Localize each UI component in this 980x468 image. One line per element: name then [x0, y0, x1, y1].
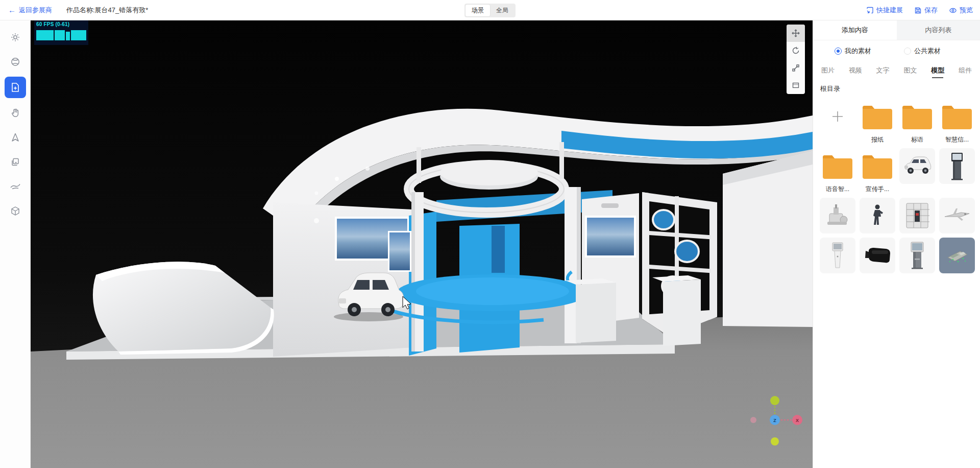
tab-models[interactable]: 模型 [928, 64, 947, 77]
preview-label: 预览 [960, 6, 973, 15]
select-frame-tool-icon [792, 81, 800, 89]
add-content-icon [10, 82, 21, 93]
model-machine[interactable] [819, 198, 856, 233]
save-label: 保存 [924, 6, 938, 15]
tab-images[interactable]: 图片 [818, 64, 838, 77]
circuit-board-model-thumb [943, 244, 971, 267]
back-label: 返回参展商 [19, 6, 52, 15]
panel-tabs: 添加内容 内容列表 [813, 20, 980, 40]
model-locker[interactable] [899, 198, 936, 233]
gizmo-y-axis-ball [770, 396, 779, 405]
top-bar: ← 返回参展商 作品名称:展台47_错落有致* 场景 全局 快捷建展 [0, 0, 980, 20]
vr-headset-model-thumb [864, 246, 891, 265]
gizmo-z-label: Z [773, 418, 776, 423]
folder-icon [862, 153, 893, 179]
folder-icon [941, 104, 973, 129]
select-frame-tool-button[interactable] [787, 77, 805, 94]
model-drone[interactable] [939, 198, 975, 233]
folder-smart-info[interactable]: 智慧信... [939, 99, 975, 144]
scale-tool-icon [792, 64, 800, 72]
locker-model-thumb [905, 202, 929, 229]
gizmo-neg-x-ball [750, 417, 756, 423]
sidebar-cursor-button[interactable] [5, 128, 26, 147]
cube-model-icon [10, 205, 21, 217]
booth-3d-scene [31, 20, 813, 468]
quick-build-button[interactable]: 快捷建展 [866, 6, 903, 15]
car-model-thumb [902, 155, 932, 177]
fps-graph [36, 29, 86, 40]
sidebar-add-content-button[interactable] [5, 77, 26, 98]
panorama-sphere-icon [10, 56, 21, 67]
sidebar-hand-button[interactable] [5, 103, 26, 123]
model-circuit-board[interactable] [939, 238, 975, 273]
3d-viewport[interactable]: 60 FPS (0-61) [31, 20, 813, 468]
sidebar-model-button[interactable] [5, 201, 26, 221]
plus-icon [831, 110, 844, 123]
sidebar-draw-button[interactable] [5, 177, 26, 196]
radio-my-assets[interactable]: 我的素材 [835, 46, 871, 56]
sidebar-layers-button[interactable] [5, 152, 26, 172]
back-to-exhibitor-link[interactable]: ← 返回参展商 [8, 6, 52, 15]
tab-global[interactable]: 全局 [490, 5, 514, 16]
left-toolbar [0, 20, 31, 468]
tab-content-list[interactable]: 内容列表 [897, 20, 980, 40]
drone-model-thumb [943, 205, 971, 226]
folder-icon [862, 104, 893, 129]
radio-public-assets[interactable]: 公共素材 [904, 46, 941, 56]
root-directory-label: 根目录 [813, 79, 980, 97]
my-assets-label: 我的素材 [845, 46, 871, 56]
folder-brochure[interactable]: 宣传手... [859, 148, 896, 194]
folder-slogan[interactable]: 标语 [899, 99, 936, 144]
rotate-tool-icon [792, 46, 800, 55]
transform-toolbar [787, 25, 805, 94]
preview-eye-icon [949, 7, 957, 14]
save-icon [914, 7, 922, 14]
model-kiosk-dark[interactable] [939, 148, 975, 194]
settings-gear-icon [10, 32, 21, 43]
radio-unselected-icon [904, 48, 911, 55]
hand-gesture-icon [10, 107, 21, 119]
project-title: 作品名称:展台47_错落有致* [66, 6, 148, 15]
save-button[interactable]: 保存 [914, 6, 938, 15]
model-vr-headset[interactable] [859, 238, 896, 273]
asset-source-row: 我的素材 公共素材 [813, 40, 980, 62]
model-figure[interactable] [859, 198, 896, 233]
asset-grid: 报纸 标语 智慧信... 语音智... [813, 97, 980, 273]
kiosk-dark-model-thumb [948, 152, 966, 180]
draw-scribble-icon [9, 181, 21, 192]
public-assets-label: 公共素材 [914, 46, 941, 56]
tab-text[interactable]: 文字 [873, 64, 893, 77]
rotate-tool-button[interactable] [787, 42, 805, 59]
folder-voice-smart[interactable]: 语音智... [819, 148, 856, 194]
model-car[interactable] [899, 148, 936, 194]
scale-tool-button[interactable] [787, 59, 805, 77]
sidebar-panorama-button[interactable] [5, 52, 26, 72]
radio-selected-icon [835, 48, 842, 55]
model-kiosk-white[interactable] [819, 238, 856, 273]
quick-build-label: 快捷建展 [876, 6, 903, 15]
move-tool-icon [792, 29, 800, 37]
content-panel: 添加内容 内容列表 我的素材 公共素材 图片 视频 文字 图文 模型 组件 根目… [813, 20, 980, 468]
add-asset-button[interactable] [819, 99, 856, 144]
gizmo-neg-y-ball [771, 437, 779, 446]
quick-build-icon [866, 7, 874, 14]
model-kiosk-screen[interactable] [899, 238, 936, 273]
tab-scene[interactable]: 场景 [465, 5, 490, 16]
back-arrow-icon: ← [8, 6, 16, 14]
axis-gizmo[interactable]: X Z [744, 389, 805, 451]
tab-components[interactable]: 组件 [955, 64, 975, 77]
tab-imagetext[interactable]: 图文 [900, 64, 920, 77]
fps-meter: 60 FPS (0-61) [34, 20, 88, 45]
tab-videos[interactable]: 视频 [846, 64, 865, 77]
cursor-triangle-icon [10, 132, 21, 143]
tab-add-content[interactable]: 添加内容 [813, 20, 897, 40]
move-tool-button[interactable] [787, 25, 805, 42]
gizmo-x-label: X [796, 418, 799, 423]
folder-icon [822, 153, 853, 179]
sidebar-settings-button[interactable] [5, 28, 26, 47]
machine-model-thumb [824, 202, 851, 229]
preview-button[interactable]: 预览 [949, 6, 973, 15]
folder-newspaper[interactable]: 报纸 [859, 99, 896, 144]
exhibition-booth-editor: ← 返回参展商 作品名称:展台47_错落有致* 场景 全局 快捷建展 [0, 0, 980, 468]
layers-copy-icon [10, 156, 21, 168]
